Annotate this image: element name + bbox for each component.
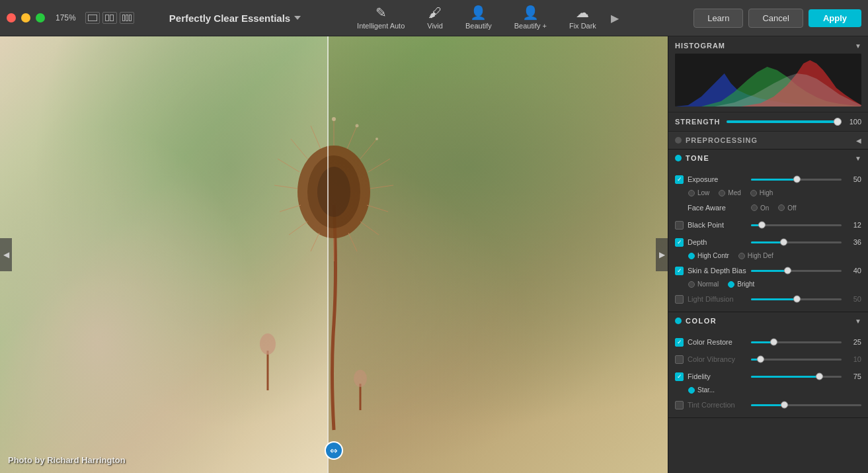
color-header[interactable]: COLOR ▼ [668, 312, 868, 329]
tool-vivid[interactable]: 🖌 Vivid [416, 3, 454, 32]
face-aware-on-radio[interactable] [751, 204, 758, 211]
face-aware-row: Face Aware On Off [675, 199, 861, 216]
depth-checkbox[interactable] [675, 238, 684, 247]
depth-label: Depth [688, 238, 747, 246]
exposure-low-label: Low [697, 189, 709, 196]
maximize-button[interactable] [36, 13, 45, 22]
nav-next-button[interactable]: ▶ [656, 238, 668, 271]
exposure-slider[interactable] [751, 173, 842, 185]
face-aware-off-option[interactable]: Off [778, 204, 796, 212]
histogram-header: HISTOGRAM ▼ [675, 42, 861, 50]
apply-button[interactable]: Apply [809, 9, 861, 27]
bias-normal-option[interactable]: Normal [688, 280, 719, 288]
strength-slider[interactable] [727, 120, 838, 123]
bias-bright-option[interactable]: Bright [728, 280, 754, 288]
depth-slider[interactable] [751, 236, 842, 248]
svg-line-2 [347, 126, 357, 149]
depth-high-def-label: High Def [748, 252, 773, 259]
light-diffusion-slider[interactable] [751, 293, 842, 305]
view-split[interactable] [102, 12, 117, 24]
exposure-med-option[interactable]: Med [719, 189, 740, 196]
histogram-collapse-icon[interactable]: ▼ [855, 42, 861, 50]
fidelity-slider[interactable] [751, 370, 842, 382]
cancel-button[interactable]: Cancel [748, 9, 803, 28]
right-panel: HISTOGRAM ▼ STRENGTH [668, 36, 868, 473]
preset-title[interactable]: Perfectly Clear Essentials [169, 13, 301, 24]
tool-fix-dark[interactable]: ☁ Fix Dark [559, 3, 607, 32]
exposure-high-label: High [760, 189, 773, 196]
tools-next-arrow[interactable]: ▶ [608, 12, 621, 24]
svg-point-21 [375, 138, 378, 140]
bias-bright-label: Bright [737, 280, 754, 288]
exposure-low-radio[interactable] [688, 190, 695, 196]
black-point-slider[interactable] [751, 219, 842, 231]
bias-options: Normal Bright [675, 279, 861, 290]
fidelity-standard-radio[interactable] [688, 387, 695, 394]
fix-dark-icon: ☁ [576, 6, 589, 19]
color-restore-slider[interactable] [751, 336, 842, 348]
depth-high-contr-radio[interactable] [688, 253, 695, 259]
light-diffusion-value: 50 [846, 295, 861, 303]
exposure-low-option[interactable]: Low [688, 189, 709, 196]
depth-high-def-radio[interactable] [738, 253, 745, 259]
svg-line-4 [368, 159, 390, 172]
fidelity-label: Fidelity [688, 372, 747, 380]
top-bar-center: Perfectly Clear Essentials [152, 13, 318, 24]
bias-bright-radio[interactable] [728, 281, 734, 288]
depth-high-contr-option[interactable]: High Contr [688, 252, 729, 259]
face-aware-off-radio[interactable] [778, 204, 785, 211]
minimize-button[interactable] [21, 13, 30, 22]
light-diffusion-checkbox[interactable] [675, 295, 684, 304]
color-dot [675, 318, 682, 324]
svg-line-11 [289, 222, 307, 235]
skin-depth-bias-value: 40 [846, 267, 861, 275]
nav-prev-button[interactable]: ◀ [0, 238, 12, 271]
exposure-high-radio[interactable] [750, 190, 757, 196]
exposure-med-label: Med [728, 189, 740, 196]
tint-correction-slider[interactable] [751, 399, 861, 411]
color-vibrancy-checkbox[interactable] [675, 355, 684, 364]
fidelity-checkbox[interactable] [675, 372, 684, 381]
skin-depth-bias-slider[interactable] [751, 265, 842, 277]
tool-intelligent-auto[interactable]: ✎ Intelligent Auto [346, 3, 415, 32]
svg-line-15 [291, 139, 307, 159]
color-vibrancy-label: Color Vibrancy [688, 355, 747, 363]
svg-line-16 [311, 126, 321, 149]
split-handle[interactable]: ⇔ [325, 441, 343, 460]
strength-thumb[interactable] [834, 118, 842, 126]
top-bar-right: Learn Cancel Apply [650, 9, 861, 28]
svg-point-19 [332, 117, 336, 121]
tool-beautify-plus[interactable]: 👤 Beautify + [504, 3, 557, 32]
view-compare[interactable] [120, 12, 134, 24]
exposure-med-radio[interactable] [719, 190, 725, 196]
learn-button[interactable]: Learn [693, 9, 743, 28]
tint-correction-checkbox[interactable] [675, 401, 684, 409]
close-button[interactable] [7, 13, 16, 22]
face-aware-on-option[interactable]: On [751, 204, 769, 212]
depth-high-def-option[interactable]: High Def [738, 252, 773, 259]
black-point-checkbox[interactable] [675, 221, 684, 230]
face-aware-options: On Off [751, 204, 861, 212]
skin-depth-bias-checkbox[interactable] [675, 267, 684, 275]
view-single[interactable] [85, 12, 100, 24]
tool-beautify-plus-label: Beautify + [514, 22, 547, 30]
fidelity-row: Fidelity 75 [675, 368, 861, 385]
bias-normal-radio[interactable] [688, 281, 695, 288]
color-vibrancy-slider[interactable] [751, 353, 842, 365]
tool-beautify[interactable]: 👤 Beautify [455, 3, 502, 32]
face-aware-off-label: Off [787, 204, 796, 212]
preprocessing-header[interactable]: PREPROCESSING ◀ [668, 132, 868, 149]
tone-header[interactable]: TONE ▼ [668, 150, 868, 167]
fidelity-standard-option[interactable]: Star... [688, 386, 715, 394]
exposure-checkbox[interactable] [675, 175, 684, 184]
light-diffusion-label: Light Diffusion [688, 295, 747, 303]
black-point-label: Black Point [688, 221, 747, 229]
exposure-high-option[interactable]: High [750, 189, 773, 196]
image-area: ⇔ ◀ ▶ Photo by Richard Harrington [0, 36, 668, 473]
tone-dot [675, 155, 682, 161]
split-line[interactable] [327, 36, 329, 473]
color-restore-checkbox[interactable] [675, 338, 684, 347]
color-section: COLOR ▼ Color Restore 25 [668, 312, 868, 418]
svg-line-7 [360, 222, 379, 235]
main-area: ⇔ ◀ ▶ Photo by Richard Harrington HISTOG… [0, 36, 868, 473]
